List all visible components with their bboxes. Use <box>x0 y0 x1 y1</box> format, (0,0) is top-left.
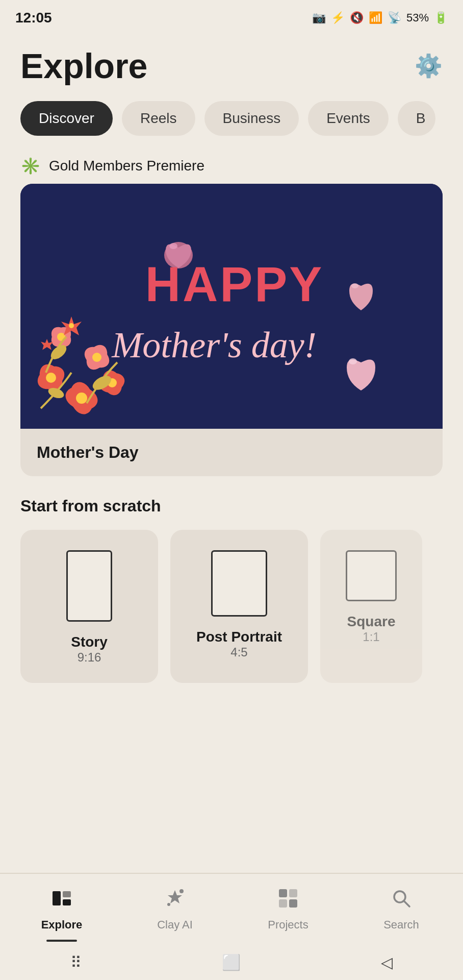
svg-point-6 <box>76 393 87 404</box>
svg-point-19 <box>69 323 74 328</box>
search-icon <box>390 887 413 914</box>
status-icons: 📷 ⚡ 🔇 📶 📡 53% 🔋 <box>312 11 448 24</box>
portrait-name: Post Portrait <box>196 629 282 645</box>
extra-rect-shape <box>346 550 397 601</box>
extra-format-icon <box>346 550 397 601</box>
extra-name: Square <box>347 614 396 630</box>
svg-rect-32 <box>289 889 297 897</box>
nav-clay-ai[interactable]: Clay AI <box>118 882 232 937</box>
svg-rect-27 <box>63 891 71 897</box>
bottom-nav: Explore Clay AI Projects <box>0 873 463 944</box>
camera-icon: 📷 <box>312 11 326 24</box>
scratch-section: Start from scratch Story 9:16 Post Portr… <box>0 476 463 693</box>
tab-reels[interactable]: Reels <box>122 101 195 136</box>
portrait-rect-shape <box>211 550 267 617</box>
mute-icon: 🔇 <box>350 11 364 24</box>
story-ratio: 9:16 <box>71 650 108 665</box>
battery-text: 53% <box>406 11 429 24</box>
portrait-ratio: 4:5 <box>196 645 282 659</box>
svg-text:Mother's day!: Mother's day! <box>111 325 316 365</box>
scratch-cards-container: Story 9:16 Post Portrait 4:5 Square 1:1 <box>20 530 443 683</box>
projects-icon <box>277 887 299 914</box>
featured-image: HAPPY Mother's day! <box>20 184 443 429</box>
android-nav: ⠿ ⬜ ◁ <box>0 944 463 980</box>
story-name: Story <box>71 634 108 650</box>
clay-ai-icon <box>164 887 186 914</box>
scratch-card-extra[interactable]: Square 1:1 <box>320 530 422 683</box>
status-time: 12:05 <box>15 10 52 26</box>
tab-business[interactable]: Business <box>204 101 299 136</box>
explore-label: Explore <box>41 918 83 932</box>
bluetooth-icon: ⚡ <box>331 11 345 24</box>
nav-search[interactable]: Search <box>345 882 458 937</box>
gold-section-text: Gold Members Premiere <box>49 158 204 174</box>
svg-point-23 <box>349 358 357 364</box>
status-bar: 12:05 📷 ⚡ 🔇 📶 📡 53% 🔋 <box>0 0 463 36</box>
story-format-icon <box>66 550 112 622</box>
svg-point-30 <box>167 903 170 906</box>
svg-text:HAPPY: HAPPY <box>145 257 324 311</box>
gold-icon: ✳️ <box>20 156 41 176</box>
svg-point-22 <box>351 283 358 288</box>
nav-explore[interactable]: Explore <box>5 882 118 937</box>
svg-rect-31 <box>279 889 287 897</box>
svg-rect-28 <box>63 899 71 905</box>
extra-label: Square 1:1 <box>347 614 396 644</box>
story-rect-shape <box>66 550 112 622</box>
svg-line-36 <box>404 901 409 906</box>
settings-icon[interactable]: ⚙️ <box>415 53 443 79</box>
svg-rect-34 <box>289 899 297 908</box>
svg-point-29 <box>179 889 184 893</box>
page-title: Explore <box>20 46 147 86</box>
extra-ratio: 1:1 <box>347 630 396 644</box>
scratch-card-portrait[interactable]: Post Portrait 4:5 <box>170 530 308 683</box>
story-label: Story 9:16 <box>71 634 108 665</box>
header: Explore ⚙️ <box>0 36 463 96</box>
portrait-label: Post Portrait 4:5 <box>196 629 282 659</box>
projects-label: Projects <box>268 918 308 932</box>
svg-point-15 <box>92 353 101 362</box>
svg-point-3 <box>46 373 56 383</box>
clay-ai-label: Clay AI <box>157 918 193 932</box>
featured-card-label: Mother's Day <box>20 429 443 476</box>
svg-rect-26 <box>53 891 61 905</box>
android-home-icon[interactable]: ⬜ <box>222 953 241 971</box>
portrait-format-icon <box>211 550 267 617</box>
battery-icon: 🔋 <box>434 11 448 24</box>
filter-tabs: Discover Reels Business Events B <box>0 96 463 146</box>
svg-point-21 <box>169 243 177 249</box>
signal-icon: 📡 <box>388 11 401 24</box>
search-label: Search <box>383 918 419 932</box>
nav-projects[interactable]: Projects <box>232 882 345 937</box>
android-menu-icon[interactable]: ⠿ <box>70 953 82 971</box>
scratch-card-story[interactable]: Story 9:16 <box>20 530 158 683</box>
scratch-section-title: Start from scratch <box>20 497 443 516</box>
gold-section-label: ✳️ Gold Members Premiere <box>0 146 463 184</box>
tab-events[interactable]: Events <box>308 101 389 136</box>
featured-card[interactable]: HAPPY Mother's day! Mother's Day <box>20 184 443 476</box>
tab-extra[interactable]: B <box>398 101 436 136</box>
explore-icon <box>50 887 73 914</box>
svg-rect-33 <box>279 899 287 908</box>
tab-discover[interactable]: Discover <box>20 101 113 136</box>
wifi-icon: 📶 <box>369 11 382 24</box>
android-back-icon[interactable]: ◁ <box>381 953 393 971</box>
